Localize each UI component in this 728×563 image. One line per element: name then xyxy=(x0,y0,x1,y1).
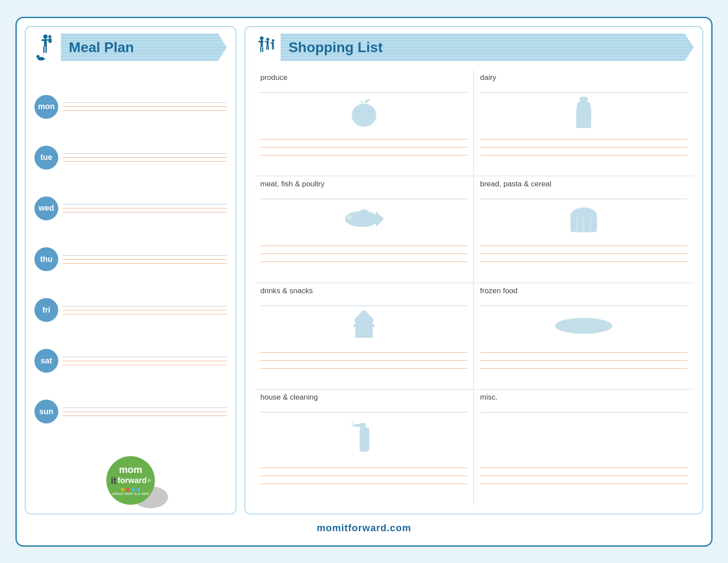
logo-it-text: it xyxy=(111,475,116,487)
main-container: Meal Plan mon tue xyxy=(15,17,713,547)
day-line-top xyxy=(63,204,227,204)
svg-line-52 xyxy=(352,425,354,427)
shopping-icon xyxy=(254,33,281,62)
svg-rect-22 xyxy=(266,41,269,42)
section-line xyxy=(480,298,687,306)
section-bread: bread, pasta & cereal xyxy=(474,176,694,283)
logo-dot-2 xyxy=(126,488,130,491)
logo-mom-text: mom xyxy=(119,465,143,475)
svg-rect-11 xyxy=(41,57,43,60)
day-row-fri: fri xyxy=(34,296,227,324)
shopping-panel: Shopping List produce xyxy=(244,26,703,514)
produce-icon-area xyxy=(260,94,467,130)
section-line xyxy=(480,460,687,468)
day-line-1 xyxy=(63,208,227,208)
section-line xyxy=(480,345,687,353)
section-line xyxy=(480,404,687,412)
section-line xyxy=(260,238,467,246)
section-line xyxy=(480,147,687,155)
svg-point-31 xyxy=(352,104,376,127)
logo-dots xyxy=(121,488,140,491)
day-line-1 xyxy=(63,157,227,158)
section-line xyxy=(480,140,687,147)
section-line xyxy=(260,468,467,476)
section-line xyxy=(260,147,467,155)
day-row-sat: sat xyxy=(34,347,227,374)
meal-plan-title: Meal Plan xyxy=(69,39,134,56)
day-line-top xyxy=(63,153,227,154)
meal-plan-banner: Meal Plan xyxy=(61,34,227,61)
shopping-header: Shopping List xyxy=(254,33,694,62)
section-line xyxy=(260,476,467,484)
svg-rect-15 xyxy=(258,41,261,42)
svg-rect-6 xyxy=(49,38,52,43)
day-line-2 xyxy=(63,365,227,365)
day-row-tue: tue xyxy=(34,144,227,171)
section-line xyxy=(260,460,467,468)
meal-plan-panel: Meal Plan mon tue xyxy=(25,26,236,514)
day-line-top xyxy=(63,102,227,103)
section-drinks: drinks & snacks xyxy=(254,283,474,390)
svg-rect-47 xyxy=(360,423,366,428)
section-line xyxy=(480,132,687,140)
section-line xyxy=(260,140,467,147)
section-house: house & cleaning xyxy=(254,389,474,505)
day-line-2 xyxy=(63,110,227,111)
logo-area: mom it forward ® xyxy=(34,456,227,505)
frozen-icon-area xyxy=(480,308,687,343)
svg-point-44 xyxy=(360,310,368,317)
day-lines-fri xyxy=(63,306,227,314)
svg-rect-4 xyxy=(45,46,47,53)
svg-point-45 xyxy=(555,318,612,334)
section-house-title: house & cleaning xyxy=(260,393,467,402)
day-lines-tue xyxy=(63,153,227,162)
drinks-icon-area xyxy=(260,308,467,343)
footer: momitforward.com xyxy=(25,519,703,537)
day-circle-thu: thu xyxy=(34,247,58,271)
misc-icon-area xyxy=(480,414,687,458)
day-line-2 xyxy=(63,161,227,162)
section-line xyxy=(480,191,687,199)
svg-rect-2 xyxy=(41,39,46,41)
svg-point-19 xyxy=(266,38,269,41)
section-line xyxy=(260,361,467,369)
svg-line-50 xyxy=(352,420,354,423)
day-row-thu: thu xyxy=(34,246,227,273)
shopping-list-banner: Shopping List xyxy=(281,34,694,61)
section-line xyxy=(260,404,467,412)
logo-green-circle: mom it forward ® xyxy=(106,456,155,505)
section-line xyxy=(260,345,467,353)
day-lines-wed xyxy=(63,204,227,212)
svg-point-25 xyxy=(272,39,274,42)
section-drinks-title: drinks & snacks xyxy=(260,287,467,295)
day-line-top xyxy=(63,306,227,306)
section-dairy-title: dairy xyxy=(480,73,687,82)
logo-dot-4 xyxy=(137,488,140,491)
day-circle-mon: mon xyxy=(34,95,58,119)
svg-rect-32 xyxy=(580,97,588,102)
section-frozen-title: frozen food xyxy=(480,287,687,295)
day-circle-sat: sat xyxy=(34,349,58,373)
svg-rect-29 xyxy=(272,46,273,49)
day-circle-fri: fri xyxy=(34,298,58,322)
day-row-mon: mon xyxy=(34,93,227,121)
day-circle-wed: wed xyxy=(34,196,58,220)
svg-rect-48 xyxy=(355,424,360,427)
svg-rect-12 xyxy=(43,58,45,60)
house-icon-area xyxy=(260,414,467,458)
day-line-top xyxy=(63,357,227,357)
svg-rect-23 xyxy=(266,45,267,49)
section-line xyxy=(480,254,687,262)
section-line xyxy=(480,85,687,93)
bread-icon-area xyxy=(480,201,687,236)
svg-rect-41 xyxy=(355,327,373,338)
section-line xyxy=(260,254,467,262)
section-line xyxy=(260,353,467,361)
svg-rect-30 xyxy=(273,46,274,49)
day-circle-sun: sun xyxy=(34,400,58,423)
logo-tagline: where mom is a verb xyxy=(112,491,149,496)
day-line-1 xyxy=(63,361,227,361)
day-lines-sun xyxy=(63,408,227,416)
day-row-sun: sun xyxy=(34,398,227,425)
day-line-2 xyxy=(63,416,227,416)
